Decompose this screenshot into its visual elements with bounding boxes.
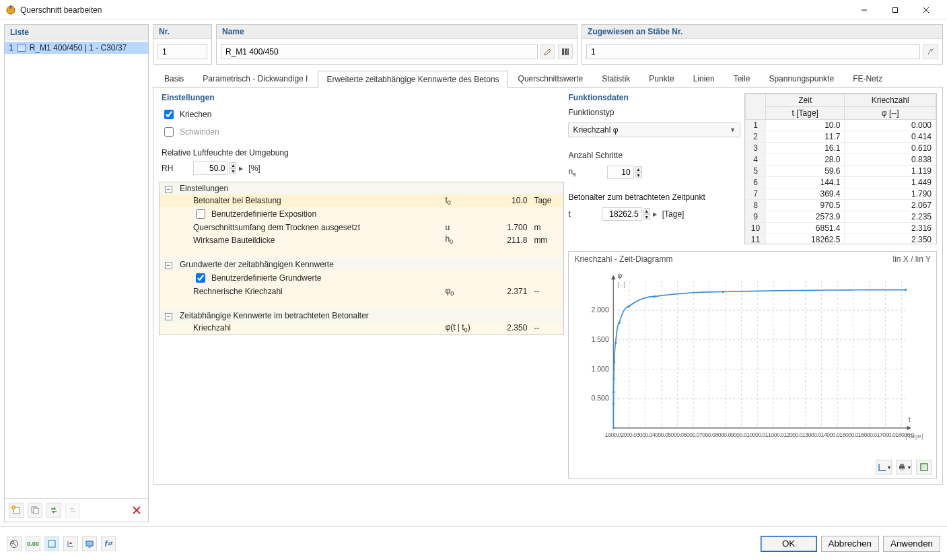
edit-name-button[interactable]: [540, 44, 555, 59]
schwinden-checkbox[interactable]: [164, 127, 174, 137]
chart-panel: Kriechzahl - Zeit-Diagramm lin X / lin Y…: [568, 251, 937, 479]
steps-up[interactable]: ▲: [635, 166, 642, 172]
user-base-check[interactable]: Benutzerdefinierte Grundwerte: [193, 271, 440, 285]
tab-teile[interactable]: Teile: [725, 70, 759, 87]
rh-title: Relative Luftfeuchte der Umgebung: [162, 148, 561, 158]
age-popup[interactable]: ▶: [652, 208, 658, 220]
expander-icon[interactable]: −: [165, 262, 172, 269]
chart-expand-button[interactable]: [916, 460, 932, 475]
schwinden-check[interactable]: Schwinden: [162, 125, 561, 139]
cancel-button[interactable]: Abbrechen: [821, 536, 879, 552]
table-row[interactable]: 106851.42.316: [745, 223, 936, 234]
new-button[interactable]: [9, 503, 24, 518]
svg-point-65: [11, 541, 14, 544]
steps-input[interactable]: [607, 166, 634, 179]
tab-statistik[interactable]: Statistik: [593, 70, 639, 87]
tab-punkte[interactable]: Punkte: [640, 70, 682, 87]
rh-up[interactable]: ▲: [230, 162, 236, 168]
rh-down[interactable]: ▼: [230, 168, 236, 174]
rh-popup[interactable]: ▶: [238, 162, 244, 174]
table-row[interactable]: 559.61.119: [745, 166, 936, 177]
age-down[interactable]: ▼: [643, 214, 650, 220]
tab-fe-netz[interactable]: FE-Netz: [844, 70, 891, 87]
prop-row[interactable]: Benutzerdefinierte Grundwerte: [160, 271, 563, 285]
cycle-button[interactable]: [65, 503, 80, 518]
svg-point-58: [905, 289, 907, 291]
library-button[interactable]: [558, 44, 573, 59]
section-icon: [17, 44, 26, 52]
ok-button[interactable]: OK: [761, 536, 817, 552]
steps-down[interactable]: ▼: [635, 172, 642, 178]
pick-member-button[interactable]: [923, 44, 938, 59]
table-row[interactable]: 316.10.610: [745, 143, 936, 154]
svg-rect-3: [893, 7, 898, 12]
table-row[interactable]: 110.00.000: [745, 120, 936, 131]
tab-querschnittswerte[interactable]: Querschnittswerte: [510, 70, 592, 87]
svg-rect-1: [10, 5, 11, 9]
minimize-button[interactable]: [849, 0, 880, 20]
table-row[interactable]: 8970.52.067: [745, 200, 936, 211]
rh-input[interactable]: [193, 162, 228, 175]
swap-button[interactable]: [46, 503, 61, 518]
delete-button[interactable]: [129, 503, 144, 518]
user-exposition-check[interactable]: Benutzerdefinierte Exposition: [193, 207, 440, 221]
tab-content: Einstellungen Kriechen Schwinden Relativ…: [153, 88, 943, 485]
steps-spinner[interactable]: ▲▼: [607, 166, 642, 179]
list-item[interactable]: 1 R_M1 400/450 | 1 - C30/37: [5, 42, 148, 54]
prop-row[interactable]: Querschnittsumfang dem Trocknen ausgeset…: [160, 221, 563, 234]
right-pane: Nr. Name Zugewiesen an Stäbe Nr.: [153, 24, 943, 522]
age-unit: [Tage]: [662, 209, 685, 219]
tab-basis[interactable]: Basis: [155, 70, 192, 87]
prop-section-age[interactable]: − Zeitabhängige Kennwerte im betrachtete…: [160, 310, 563, 322]
prop-row[interactable]: Kriechzahl φ(t | t0) 2.350 --: [160, 322, 563, 334]
property-table: − Einstellungen Betonalter bei Belastung…: [160, 182, 563, 335]
table-row[interactable]: 1118262.52.350: [745, 234, 936, 245]
age-input[interactable]: [602, 207, 642, 221]
rh-spinner[interactable]: ▲▼ ▶: [193, 162, 244, 175]
tab-erweiterte-zeitabh-ngige-kennwerte-des-betons[interactable]: Erweiterte zeitabhängige Kennwerte des B…: [318, 71, 507, 88]
table-row[interactable]: 6144.11.449: [745, 177, 936, 188]
nr-input[interactable]: [157, 44, 207, 59]
table-row[interactable]: 92573.92.235: [745, 211, 936, 223]
prop-row[interactable]: Betonalter bei Belastung t0 10.0 Tage: [160, 195, 563, 207]
svg-point-53: [615, 342, 617, 344]
prop-row[interactable]: Wirksame Bauteildicke h0 211.8 mm: [160, 234, 563, 246]
svg-point-7: [12, 506, 15, 510]
axis-settings-button[interactable]: [63, 536, 78, 551]
tab-linien[interactable]: Linien: [685, 70, 724, 87]
viewport-button[interactable]: [44, 536, 59, 551]
prop-section-settings[interactable]: − Einstellungen: [160, 182, 563, 195]
copy-button[interactable]: [28, 503, 42, 518]
age-up[interactable]: ▲: [643, 208, 650, 214]
svg-rect-60: [900, 464, 904, 466]
age-spinner[interactable]: ▲▼ ▶: [602, 207, 658, 221]
prop-section-base[interactable]: − Grundwerte der zeitabhängigen Kennwert…: [160, 258, 563, 271]
cross-section-list[interactable]: 1 R_M1 400/450 | 1 - C30/37: [5, 40, 148, 498]
assigned-input[interactable]: [586, 44, 920, 59]
apply-button[interactable]: Anwenden: [883, 536, 940, 552]
ftype-dropdown[interactable]: Kriechzahl φ ▼: [568, 123, 740, 137]
tab-spannungspunkte[interactable]: Spannungspunkte: [760, 70, 843, 87]
table-row[interactable]: 7369.41.790: [745, 188, 936, 200]
kriechen-checkbox[interactable]: [164, 110, 174, 119]
close-button[interactable]: [911, 0, 942, 20]
left-pane: Liste 1 R_M1 400/450 | 1 - C30/37: [4, 24, 149, 522]
kriechen-check[interactable]: Kriechen: [162, 108, 561, 121]
units-button[interactable]: 0.00: [26, 536, 40, 551]
chart-axes-button[interactable]: ▾: [876, 460, 892, 475]
function-button[interactable]: f⇄: [101, 536, 116, 551]
table-row[interactable]: 428.00.838: [745, 154, 936, 166]
display-button[interactable]: [82, 536, 97, 551]
expander-icon[interactable]: −: [165, 313, 172, 320]
help-icon[interactable]: [7, 536, 22, 551]
expander-icon[interactable]: −: [165, 186, 172, 193]
table-row[interactable]: 211.70.414: [745, 131, 936, 143]
chart-print-button[interactable]: ▾: [896, 460, 912, 475]
window-title: Querschnitt bearbeiten: [20, 5, 849, 15]
data-table[interactable]: Zeit Kriechzahl t [Tage] φ [--] 110.00.0…: [744, 93, 937, 244]
tab-parametrisch-dickwandige-i[interactable]: Parametrisch - Dickwandige I: [194, 70, 316, 87]
prop-row[interactable]: Benutzerdefinierte Exposition: [160, 207, 563, 221]
name-input[interactable]: [221, 44, 538, 59]
maximize-button[interactable]: [880, 0, 911, 20]
prop-row[interactable]: Rechnerische Kriechzahl φ0 2.371 --: [160, 285, 563, 298]
